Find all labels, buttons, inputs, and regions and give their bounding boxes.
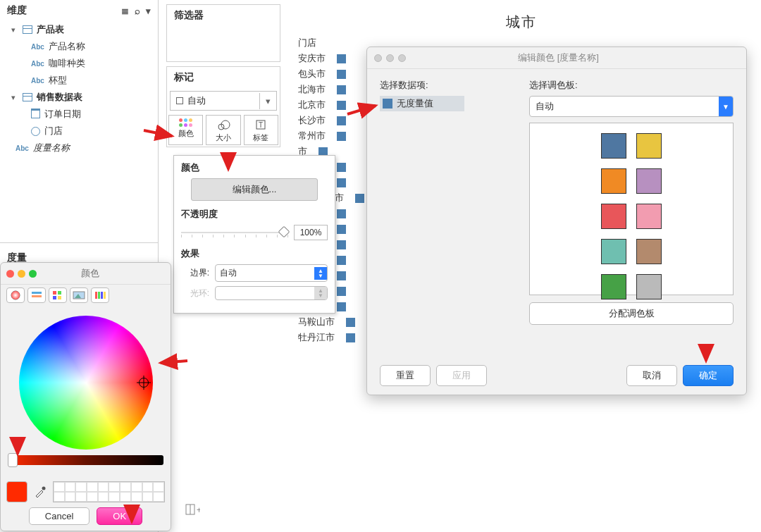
svg-rect-16 xyxy=(101,292,103,299)
swatch-cell[interactable] xyxy=(54,482,65,492)
traffic-lights[interactable] xyxy=(374,54,406,62)
palette-color[interactable] xyxy=(601,204,626,229)
swatch-cell[interactable] xyxy=(120,482,131,492)
city-color-swatch xyxy=(337,132,346,141)
swatch-cell[interactable] xyxy=(65,482,76,492)
current-color-swatch[interactable] xyxy=(6,481,27,502)
svg-rect-9 xyxy=(58,291,61,295)
mark-size-button[interactable]: 大小 xyxy=(206,115,240,145)
assign-palette-button[interactable]: 分配调色板 xyxy=(529,302,734,325)
wheel-cursor-icon[interactable] xyxy=(139,378,149,388)
macos-color-picker: 颜色 Cancel OK xyxy=(0,262,171,531)
swatch-cell[interactable] xyxy=(153,482,164,492)
city-header-row: 门店 xyxy=(298,35,364,51)
marks-panel: 标记 自动 ▾ 颜色 大小 T 标签 xyxy=(166,66,280,147)
svg-rect-15 xyxy=(98,292,100,299)
traffic-lights[interactable] xyxy=(6,270,37,278)
opacity-value-input[interactable]: 100% xyxy=(294,225,328,240)
swatch-cell[interactable] xyxy=(142,492,154,502)
field-store[interactable]: 门店 xyxy=(0,123,158,140)
swatch-cell[interactable] xyxy=(75,482,87,492)
palette-color[interactable] xyxy=(636,204,662,229)
chevron-down-icon[interactable]: ▾ xyxy=(259,93,276,109)
table-product[interactable]: ▾ 产品表 xyxy=(0,21,158,38)
wheel-tab[interactable] xyxy=(6,287,25,303)
abc-icon: Abc xyxy=(16,144,29,152)
swatch-cell[interactable] xyxy=(142,482,154,492)
swatch-cell[interactable] xyxy=(131,492,142,502)
palette-color[interactable] xyxy=(601,133,626,159)
mark-type-dropdown[interactable]: 自动 ▾ xyxy=(170,91,277,111)
abc-icon: Abc xyxy=(31,60,44,68)
swatch-cell[interactable] xyxy=(109,492,120,502)
border-label: 边界: xyxy=(181,267,209,279)
collapse-icon[interactable]: ▾ xyxy=(11,93,18,102)
swatch-cell[interactable] xyxy=(87,482,98,492)
palette-color[interactable] xyxy=(636,133,662,159)
palette-color[interactable] xyxy=(636,168,662,194)
swatch-grid[interactable] xyxy=(53,481,165,502)
svg-rect-10 xyxy=(53,296,56,299)
svg-point-18 xyxy=(42,487,46,490)
apply-button: 应用 xyxy=(436,365,487,386)
select-data-label: 选择数据项: xyxy=(380,79,515,92)
opacity-slider[interactable] xyxy=(181,228,288,237)
swatch-cell[interactable] xyxy=(98,492,109,502)
picker-title: 颜色 xyxy=(37,267,165,280)
picker-cancel-button[interactable]: Cancel xyxy=(29,507,89,525)
search-icon[interactable]: ⌕ xyxy=(135,6,140,16)
dialog-titlebar[interactable]: 编辑颜色 [度量名称] xyxy=(367,47,746,69)
eyedropper-icon[interactable] xyxy=(33,485,47,499)
swatch-cell[interactable] xyxy=(87,492,98,502)
crayon-tab[interactable] xyxy=(91,287,109,303)
ok-button[interactable]: 确定 xyxy=(683,365,734,386)
palette-color[interactable] xyxy=(636,274,662,299)
slider-thumb[interactable] xyxy=(8,453,18,467)
data-item-no-measure[interactable]: 无度量值 xyxy=(380,96,464,111)
mark-label-button[interactable]: T 标签 xyxy=(244,115,278,145)
swatch-cell[interactable] xyxy=(153,492,164,502)
field-order-date[interactable]: 订单日期 xyxy=(0,106,158,123)
field-measure-names[interactable]: Abc度量名称 xyxy=(0,140,158,156)
edit-colors-button[interactable]: 编辑颜色... xyxy=(191,178,318,201)
swatch-cell[interactable] xyxy=(54,492,65,502)
border-select[interactable]: 自动▲▼ xyxy=(215,264,328,282)
palette-dropdown[interactable]: 自动 ▼ xyxy=(529,96,734,117)
field-product-name[interactable]: Abc产品名称 xyxy=(0,38,158,55)
list-icon[interactable]: ≣ xyxy=(121,6,129,16)
swatch-cell[interactable] xyxy=(65,492,76,502)
palette-tab[interactable] xyxy=(49,287,67,303)
palette-color[interactable] xyxy=(601,168,626,194)
palette-color[interactable] xyxy=(601,239,626,264)
field-coffee-type[interactable]: Abc咖啡种类 xyxy=(0,55,158,72)
city-color-swatch xyxy=(346,318,355,327)
reset-button[interactable]: 重置 xyxy=(380,365,431,386)
palette-color[interactable] xyxy=(601,274,626,299)
dropdown-icon[interactable]: ▾ xyxy=(146,6,151,16)
picker-titlebar[interactable]: 颜色 xyxy=(1,263,171,285)
swatch-cell[interactable] xyxy=(120,492,131,502)
palette-color[interactable] xyxy=(636,239,662,264)
popover-color-title: 颜色 xyxy=(181,161,328,174)
cancel-button[interactable]: 取消 xyxy=(626,365,677,386)
new-sheet-icon[interactable]: + xyxy=(185,502,200,518)
city-row: 北京市 xyxy=(298,97,364,113)
swatch-cell[interactable] xyxy=(98,482,109,492)
city-color-swatch xyxy=(337,271,346,280)
mark-color-button[interactable]: 颜色 xyxy=(168,115,203,145)
filters-title: 筛选器 xyxy=(167,5,280,26)
collapse-icon[interactable]: ▾ xyxy=(11,25,18,35)
swatch-cell[interactable] xyxy=(75,492,87,502)
city-color-swatch xyxy=(337,225,346,234)
picker-ok-button[interactable]: OK xyxy=(97,507,142,525)
dialog-title: 编辑颜色 [度量名称] xyxy=(406,51,739,64)
field-cup-type[interactable]: Abc杯型 xyxy=(0,72,158,89)
brightness-slider[interactable] xyxy=(8,455,163,465)
color-wheel[interactable] xyxy=(19,316,153,450)
image-tab[interactable] xyxy=(70,287,88,303)
swatch-cell[interactable] xyxy=(131,482,142,492)
table-sales[interactable]: ▾ 销售数据表 xyxy=(0,89,158,106)
city-row: 北海市 xyxy=(298,82,364,97)
swatch-cell[interactable] xyxy=(109,482,120,492)
sliders-tab[interactable] xyxy=(27,287,46,303)
